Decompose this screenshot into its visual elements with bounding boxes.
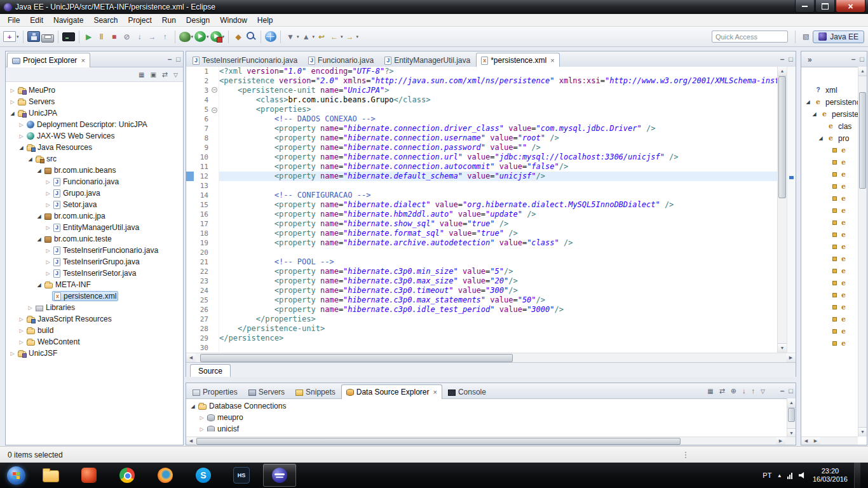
- menu-help[interactable]: Help: [252, 15, 278, 26]
- project-explorer-item[interactable]: ▷WebContent: [6, 336, 183, 348]
- tab-data-source-explorer[interactable]: Data Source Explorer: [341, 384, 442, 399]
- code-line[interactable]: <persistence-unit name="UnicJPA">: [219, 86, 777, 95]
- collapsed-arrow-icon[interactable]: ▷: [198, 426, 206, 432]
- collapsed-arrow-icon[interactable]: ▷: [8, 99, 17, 105]
- code-line[interactable]: <properties>: [219, 105, 777, 114]
- vertical-scroll-thumb[interactable]: [859, 92, 866, 189]
- outline-vertical-scrollbar[interactable]: [858, 67, 867, 437]
- editor-tab-entitymanagerutil-java[interactable]: JEntityManagerUtil.java: [379, 53, 475, 67]
- step-into-icon[interactable]: ↓: [134, 30, 146, 43]
- editor-vertical-scrollbar[interactable]: [777, 67, 787, 353]
- search-icon[interactable]: [245, 30, 257, 43]
- project-explorer-item[interactable]: ◢br.com.unic.teste: [6, 233, 183, 245]
- code-line[interactable]: [219, 343, 777, 353]
- code-area[interactable]: <?xml version="1.0" encoding="UTF-8"?><p…: [219, 67, 777, 353]
- collapsed-arrow-icon[interactable]: ▷: [8, 88, 17, 93]
- open-console-icon[interactable]: [62, 32, 75, 41]
- close-tab-icon[interactable]: [433, 388, 437, 396]
- expanded-arrow-icon[interactable]: ◢: [35, 214, 43, 219]
- code-line[interactable]: [219, 181, 777, 191]
- taskbar-chrome-button[interactable]: [111, 464, 144, 487]
- outline-item[interactable]: e: [801, 193, 867, 205]
- collapsed-arrow-icon[interactable]: ▷: [17, 122, 25, 128]
- debug-dropdown-icon[interactable]: [191, 34, 194, 39]
- taskbar-clock[interactable]: 23:20 16/03/2016: [813, 467, 848, 484]
- code-line[interactable]: <property name="hibernate.c3p0.timeout" …: [219, 286, 777, 295]
- scroll-up-arrow[interactable]: [778, 67, 787, 76]
- minimize-view-icon[interactable]: [168, 55, 172, 64]
- outline-item[interactable]: e: [801, 156, 867, 168]
- code-line[interactable]: <property name="hibernate.c3p0.max_state…: [219, 295, 777, 305]
- code-line[interactable]: </properties>: [219, 315, 777, 324]
- code-line[interactable]: <property name="hibernate.connection.url…: [219, 152, 777, 162]
- outline-item[interactable]: ?xml: [801, 84, 867, 96]
- outline-item[interactable]: e: [801, 301, 867, 313]
- back-icon[interactable]: ←: [329, 30, 340, 43]
- expanded-arrow-icon[interactable]: ◢: [35, 282, 43, 288]
- menu-project[interactable]: Project: [123, 15, 156, 26]
- scroll-right-arrow[interactable]: [811, 437, 820, 445]
- code-line[interactable]: <property name="hibernate.show_sql" valu…: [219, 219, 777, 229]
- tab-snippets[interactable]: Snippets: [290, 385, 341, 398]
- print-icon[interactable]: [41, 34, 54, 43]
- project-explorer-item[interactable]: ▷JEntityManagerUtil.java: [6, 222, 183, 233]
- external-tools-dropdown-icon[interactable]: [222, 34, 225, 39]
- code-line[interactable]: <!-- CONFIGURACAO -->: [219, 191, 777, 200]
- horizontal-scroll-thumb[interactable]: [196, 438, 681, 445]
- code-line[interactable]: <property name="hibernate.connection.aut…: [219, 162, 777, 172]
- expanded-arrow-icon[interactable]: ◢: [189, 403, 197, 409]
- project-explorer-item[interactable]: ▷JTesteInserirSetor.java: [6, 268, 183, 279]
- project-explorer-item[interactable]: ▷build: [6, 325, 183, 336]
- show-desktop-button[interactable]: [854, 463, 860, 488]
- taskbar-explorer-button[interactable]: [34, 464, 67, 487]
- outline-item[interactable]: e: [801, 144, 867, 156]
- maximize-view-icon[interactable]: [789, 55, 793, 64]
- code-line[interactable]: <persistence version="2.0" xmlns="http:/…: [219, 76, 777, 86]
- expanded-arrow-icon[interactable]: ◢: [17, 145, 25, 151]
- back-dropdown-icon[interactable]: [341, 34, 343, 39]
- menu-file[interactable]: File: [3, 15, 25, 26]
- scroll-up-arrow[interactable]: [858, 67, 867, 76]
- collapsed-arrow-icon[interactable]: ▷: [198, 415, 206, 421]
- outline-item[interactable]: e: [801, 217, 867, 229]
- forward-dropdown-icon[interactable]: [356, 34, 359, 39]
- minimize-view-icon[interactable]: [780, 55, 785, 64]
- project-explorer-item[interactable]: xpersistence.xml: [6, 290, 183, 302]
- view-menu-icon[interactable]: [761, 386, 765, 395]
- maximize-window-button[interactable]: [815, 0, 835, 13]
- outline-item[interactable]: eclas: [801, 120, 867, 132]
- outline-item[interactable]: e: [801, 337, 867, 349]
- collapse-all-icon[interactable]: [139, 70, 144, 79]
- line-number-ruler[interactable]: 1234567891011121314151617181920212223242…: [194, 67, 210, 353]
- scroll-left-arrow[interactable]: [186, 353, 196, 362]
- fold-collapse-icon[interactable]: [212, 87, 217, 93]
- open-web-browser-icon[interactable]: [265, 31, 276, 42]
- terminate-icon[interactable]: ■: [109, 30, 120, 43]
- outline-item[interactable]: e: [801, 229, 867, 241]
- vertical-scroll-thumb[interactable]: [778, 76, 786, 198]
- minimize-window-button[interactable]: [795, 0, 815, 13]
- close-window-button[interactable]: [836, 0, 865, 13]
- previous-annotation-dropdown-icon[interactable]: [313, 34, 315, 39]
- outline-item[interactable]: ◢epersistence: [801, 96, 867, 108]
- export-profiles-icon[interactable]: [752, 386, 756, 395]
- editor-tab--persistence-xml[interactable]: x*persistence.xml: [476, 53, 559, 67]
- code-line[interactable]: <property name="hibernate.dialect" value…: [219, 200, 777, 210]
- code-line[interactable]: <property name="hibernate.default_schema…: [219, 172, 777, 181]
- tab-source[interactable]: Source: [190, 364, 231, 377]
- run-icon[interactable]: [194, 31, 206, 42]
- scroll-left-arrow[interactable]: [186, 437, 196, 445]
- run-dropdown-icon[interactable]: [207, 34, 209, 39]
- step-return-icon[interactable]: ↑: [159, 30, 171, 43]
- scroll-down-arrow[interactable]: [858, 427, 867, 437]
- project-explorer-item[interactable]: ▷Deployment Descriptor: UnicJPA: [6, 119, 183, 130]
- project-explorer-item[interactable]: ▷JTesteInserirFuncionario.java: [6, 245, 183, 256]
- menu-search[interactable]: Search: [88, 15, 123, 26]
- new-connection-profile-icon[interactable]: [731, 386, 736, 395]
- import-profiles-icon[interactable]: [742, 386, 746, 395]
- collapsed-arrow-icon[interactable]: ▷: [44, 225, 52, 231]
- new-wizard-icon[interactable]: +: [3, 31, 16, 42]
- project-explorer-item[interactable]: ◢src: [6, 153, 183, 165]
- collapsed-arrow-icon[interactable]: ▷: [8, 351, 17, 356]
- project-explorer-item[interactable]: ▷UnicJSF: [6, 348, 183, 359]
